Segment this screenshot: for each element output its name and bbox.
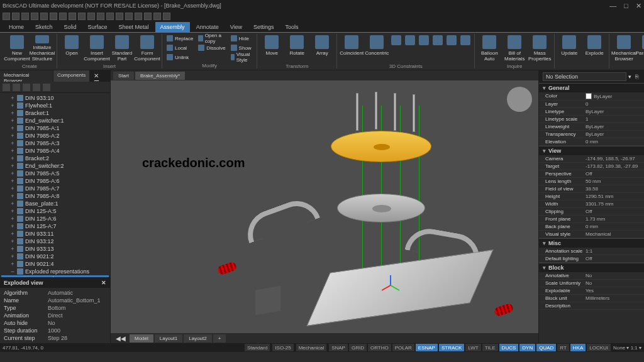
tree-item[interactable]: +End_switcher:2 xyxy=(1,162,109,170)
ribbon-array-button[interactable]: Array xyxy=(310,34,334,63)
tree-item[interactable]: +DIN 125-A:7 xyxy=(1,222,109,230)
toggle-snap[interactable]: SNAP xyxy=(329,344,348,351)
minimize-button[interactable]: — xyxy=(609,2,616,10)
toggle-lockui[interactable]: LOCKUI xyxy=(587,344,611,351)
ribbon-new-button[interactable]: NewComponent xyxy=(5,34,29,63)
property-row[interactable]: ColorByLayer xyxy=(539,92,644,101)
ribbon-tab-view[interactable]: View xyxy=(225,22,247,32)
ribbon-open-a-copy-button[interactable]: Open a copy xyxy=(196,34,227,43)
ribbon-bill-of-button[interactable]: Bill ofMaterials xyxy=(502,34,526,63)
tree-item[interactable]: +DIN 9021:2 xyxy=(1,253,109,260)
selection-dropdown[interactable]: No Selection xyxy=(543,72,626,81)
component-tree[interactable]: +DIN 933:10+Flywheel:1+Bracket:1+End_swi… xyxy=(0,93,110,277)
property-row[interactable]: Linetype scale1 xyxy=(539,116,644,123)
property-row[interactable]: Elevation0 mm xyxy=(539,138,644,146)
ribbon-update-button[interactable]: Update xyxy=(557,34,581,63)
toggle-polar[interactable]: POLAR xyxy=(392,344,414,351)
layout-tab-model[interactable]: Model xyxy=(130,334,153,343)
ribbon-tab-solid[interactable]: Solid xyxy=(59,22,82,32)
tree-item[interactable]: +DIN 7985-A:6 xyxy=(1,177,109,185)
ribbon-replace-button[interactable]: Replace xyxy=(165,34,195,43)
property-row[interactable]: NameAutomatic_Bottom_1 xyxy=(1,297,109,304)
tree-item[interactable]: +DIN 933:11 xyxy=(1,230,109,238)
toggle-strack[interactable]: STRACK xyxy=(439,344,464,351)
property-row[interactable]: Front plane1.73 mm xyxy=(539,216,644,223)
property-row[interactable]: LinetypeByLayer xyxy=(539,108,644,116)
tree-item[interactable]: +DIN 7985-A:5 xyxy=(1,170,109,177)
ribbon-balloon-button[interactable]: BalloonAuto xyxy=(477,34,501,63)
ribbon-dissolve-button[interactable]: Dissolve xyxy=(196,43,227,52)
property-row[interactable]: Layer0 xyxy=(539,101,644,108)
property-row[interactable]: Current stepStep 28 xyxy=(1,334,109,342)
qat-button-12[interactable] xyxy=(116,13,123,20)
funnel-icon[interactable]: ▾ xyxy=(626,74,633,80)
status-mechanical[interactable]: Mechanical xyxy=(296,344,326,351)
tree-item[interactable]: +End_switcher:1 xyxy=(1,117,109,124)
qat-button-7[interactable] xyxy=(69,13,76,20)
property-row[interactable]: AlgorithmAutomatic xyxy=(1,289,109,297)
exploded-view-header[interactable]: Exploded view ✕ xyxy=(0,278,110,288)
property-row[interactable]: Visual styleMechanical xyxy=(539,231,644,238)
panel-tab-components[interactable]: Components xyxy=(53,70,90,82)
axis-gizmo-icon[interactable] xyxy=(381,275,400,294)
layout-tab-layout1[interactable]: Layout1 xyxy=(155,334,182,343)
toggle-dyn[interactable]: DYN xyxy=(519,344,535,351)
tree-item[interactable]: +DIN 7985-A:7 xyxy=(1,185,109,192)
ribbon-tab-annotate[interactable]: Annotate xyxy=(191,22,224,32)
constraint-button-4[interactable] xyxy=(445,34,458,63)
property-row[interactable]: Width3301.75 mm xyxy=(539,200,644,208)
property-row[interactable]: Field of view38.58 xyxy=(539,185,644,193)
property-row[interactable]: AnnotativeNo xyxy=(539,272,644,280)
property-row[interactable]: Step duration1000 xyxy=(1,327,109,334)
qat-button-4[interactable] xyxy=(40,13,48,20)
document-tab[interactable]: Brake_Assembly* xyxy=(135,72,185,80)
toggle-rt[interactable]: RT xyxy=(557,344,569,351)
ribbon-tab-home[interactable]: Home xyxy=(4,22,29,32)
tree-item[interactable]: +DIN 933:13 xyxy=(1,245,109,253)
tree-item[interactable]: +Base_plate:1 xyxy=(1,200,109,207)
status-standard[interactable]: Standard xyxy=(245,344,270,351)
toggle-hka[interactable]: HKA xyxy=(570,344,586,351)
property-row[interactable]: ClippingOff xyxy=(539,208,644,216)
tree-item[interactable]: –Exploded representations xyxy=(1,268,109,275)
toggle-tile[interactable]: TILE xyxy=(482,344,498,351)
ribbon-form-button[interactable]: FormComponent xyxy=(135,34,159,63)
toggle-lwt[interactable]: LWT xyxy=(465,344,480,351)
ribbon-visual-style-button[interactable]: Visual Style xyxy=(229,53,255,62)
property-row[interactable]: Back plane0 mm xyxy=(539,223,644,231)
property-row[interactable]: TypeBottom xyxy=(1,304,109,312)
toggle-quad[interactable]: QUAD xyxy=(536,344,556,351)
toggle-grid[interactable]: GRID xyxy=(349,344,367,351)
ribbon-mechanical-button[interactable]: MechanicalBrowser xyxy=(612,34,636,63)
nav-prev-icon[interactable]: ◀◀ xyxy=(113,335,128,342)
qat-button-11[interactable] xyxy=(106,13,114,20)
toggle-ducs[interactable]: DUCS xyxy=(499,344,519,351)
property-row[interactable]: Camera-174.99, 188.5, -26.97 xyxy=(539,155,644,163)
qat-button-5[interactable] xyxy=(50,13,57,20)
property-row[interactable]: Target-173.82, 189.38, -27.89 xyxy=(539,163,644,170)
property-row[interactable]: PerspectiveOff xyxy=(539,170,644,178)
tree-item[interactable]: +DIN 7985-A:8 xyxy=(1,192,109,200)
tree-item[interactable]: +Bracket:2 xyxy=(1,155,109,162)
tree-item[interactable]: +DIN 933:12 xyxy=(1,238,109,245)
property-row[interactable]: ExplodableYes xyxy=(539,287,644,295)
ribbon-unlink-button[interactable]: Unlink xyxy=(165,53,195,62)
section-header[interactable]: ▾Block xyxy=(539,263,644,272)
toolbar-btn-5[interactable] xyxy=(43,84,50,91)
ribbon-local-button[interactable]: Local xyxy=(165,43,195,52)
status-tail[interactable]: None ▾ 1:1 ▾ xyxy=(613,345,641,351)
toolbar-btn-1[interactable] xyxy=(3,84,10,91)
property-row[interactable]: Description xyxy=(539,302,644,310)
toolbar-btn-4[interactable] xyxy=(33,84,40,91)
qat-button-14[interactable] xyxy=(135,13,142,20)
start-tab[interactable]: Start xyxy=(113,72,134,80)
qat-button-6[interactable] xyxy=(59,13,67,20)
ribbon-hide-button[interactable]: Hide xyxy=(229,34,255,43)
property-row[interactable]: Block unitMillimeters xyxy=(539,295,644,302)
qat-button-13[interactable] xyxy=(125,13,133,20)
ribbon-tab-assembly[interactable]: Assembly xyxy=(155,22,190,32)
property-row[interactable]: Scale UniformlyNo xyxy=(539,280,644,287)
close-icon[interactable]: ✕ xyxy=(101,280,106,286)
ribbon-tab-settings[interactable]: Settings xyxy=(248,22,279,32)
pin-icon[interactable]: ⎘ xyxy=(633,74,640,80)
